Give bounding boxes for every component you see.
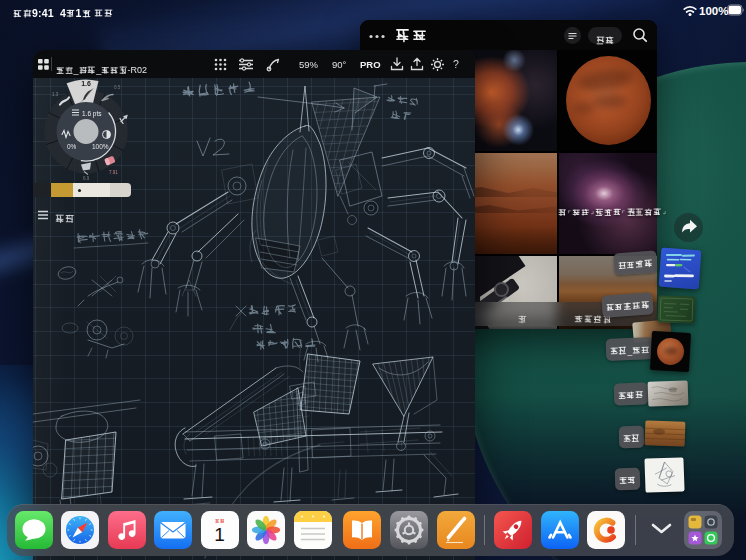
svg-text:100%: 100% [699,5,728,17]
svg-text:1.6: 1.6 [81,80,91,87]
svg-text:7.91: 7.91 [109,170,118,175]
svg-text:1.6 pts: 1.6 pts [82,110,102,118]
svg-text:1.3: 1.3 [52,92,59,97]
svg-text:0.5: 0.5 [114,85,121,90]
svg-text:6.9: 6.9 [83,176,90,181]
svg-text:0%: 0% [67,143,77,150]
svg-text:100%: 100% [92,143,109,150]
